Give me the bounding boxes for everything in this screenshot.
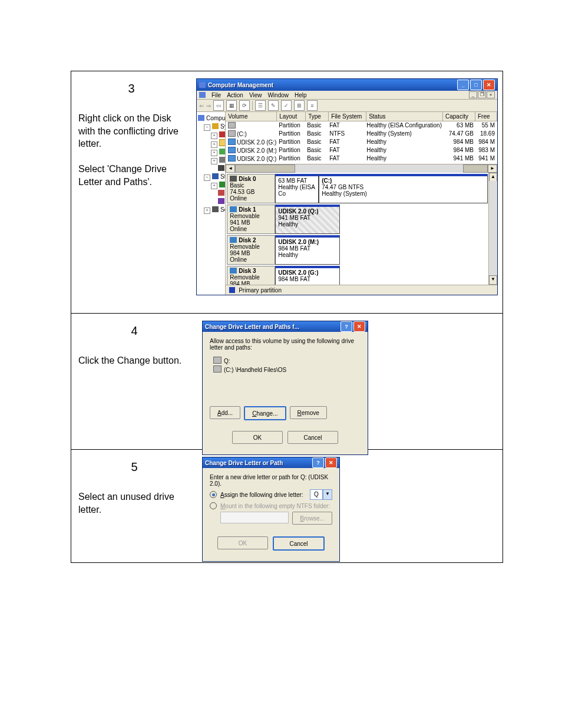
menu-help[interactable]: Help xyxy=(295,92,307,98)
refresh-icon[interactable]: ⟳ xyxy=(239,100,250,111)
help-button[interactable]: ? xyxy=(340,321,352,332)
volume-row[interactable]: UDISK 2.0 (M:)PartitionBasicFATHealthy98… xyxy=(226,146,497,154)
disk-1-row[interactable]: Disk 1Removable941 MBOnline UDISK 2.0 (Q… xyxy=(227,205,488,234)
legend: Primary partition xyxy=(226,285,497,295)
toolbar-icon[interactable]: ✎ xyxy=(268,100,279,111)
removable-drive-icon xyxy=(228,155,236,162)
navigation-tree[interactable]: Computer Management (Local) −System Tool… xyxy=(197,112,226,295)
drive-icon xyxy=(213,365,222,373)
tree-root[interactable]: Computer Management (Local) xyxy=(206,115,226,121)
partition-c[interactable]: (C:)74.47 GB NTFSHealthy (System) xyxy=(319,174,488,203)
cancel-button[interactable]: Cancel xyxy=(273,536,325,551)
disk-graphical-view: ▲ ▼ Disk 0Basic74.53 GBOnline 63 MB FATH… xyxy=(226,173,497,285)
tree-services-apps[interactable]: Services and Applications xyxy=(220,206,226,213)
toolbar-icon[interactable]: ☰ xyxy=(255,100,266,111)
tree-system-tools[interactable]: System Tools xyxy=(220,123,226,130)
drive-letter-combo[interactable]: Q ▼ xyxy=(310,489,332,500)
volume-list-header[interactable]: Volume Layout Type File System Status Ca… xyxy=(226,112,497,121)
drive-paths-list[interactable]: Q: (C:) \Handheld Files\OS xyxy=(210,354,361,397)
assign-letter-radio[interactable]: Assign the following drive letter: Q ▼ xyxy=(210,489,332,500)
add-button[interactable]: Add... xyxy=(210,406,240,419)
monitor-icon xyxy=(199,92,206,98)
disk-0-row[interactable]: Disk 0Basic74.53 GBOnline 63 MB FATHealt… xyxy=(227,174,488,203)
volume-row[interactable]: UDISK 2.0 (Q:)PartitionBasicFATHealthy94… xyxy=(226,154,497,163)
step-5-number: 5 xyxy=(78,460,190,474)
disk-icon xyxy=(230,176,237,182)
drive-icon xyxy=(228,130,236,137)
legend-primary-swatch xyxy=(229,287,235,293)
tree-storage[interactable]: Storage xyxy=(220,173,226,180)
step-4-number: 4 xyxy=(78,324,190,338)
help-button[interactable]: ? xyxy=(312,457,324,468)
mdi-restore-button[interactable]: ❐ xyxy=(478,91,486,98)
chevron-down-icon[interactable]: ▼ xyxy=(323,489,332,500)
menu-action[interactable]: Action xyxy=(227,92,243,98)
remove-button[interactable]: Remove xyxy=(290,406,327,419)
removable-drive-icon xyxy=(228,147,236,153)
scroll-down-icon[interactable]: ▼ xyxy=(489,275,497,285)
close-button[interactable]: ✕ xyxy=(483,80,495,90)
partition-m[interactable]: UDISK 2.0 (M:)984 MB FATHealthy xyxy=(275,235,340,265)
removable-disk-icon xyxy=(230,268,237,274)
change-drive-letter-paths-dialog: Change Drive Letter and Paths f... ? ✕ A… xyxy=(202,321,368,455)
cancel-button[interactable]: Cancel xyxy=(287,431,338,444)
drive-icon xyxy=(213,357,222,364)
computer-management-window: Computer Management _ □ ✕ File Action Vi… xyxy=(196,78,498,295)
toolbar-icon[interactable]: ▦ xyxy=(226,100,237,111)
radio-on-icon xyxy=(210,491,217,498)
forward-icon[interactable]: ⇒ xyxy=(206,103,211,109)
back-icon[interactable]: ⇐ xyxy=(199,103,204,109)
partition-q-selected[interactable]: UDISK 2.0 (Q:)941 MB FATHealthy xyxy=(275,205,340,234)
menu-file[interactable]: File xyxy=(211,92,221,98)
volume-list[interactable]: PartitionBasicFATHealthy (EISA Configura… xyxy=(226,121,497,164)
close-button[interactable]: ✕ xyxy=(353,321,365,332)
volume-row[interactable]: PartitionBasicFATHealthy (EISA Configura… xyxy=(226,121,497,130)
ok-button[interactable]: OK xyxy=(232,431,283,444)
mdi-minimize-button[interactable]: _ xyxy=(469,91,477,98)
removable-drive-icon xyxy=(228,139,236,145)
toolbar-icon[interactable]: ≡ xyxy=(307,100,318,111)
volume-row[interactable]: UDISK 2.0 (G:)PartitionBasicFATHealthy98… xyxy=(226,138,497,146)
step-3-text: Right click on the Disk with the conflic… xyxy=(78,112,184,189)
ok-button: OK xyxy=(217,536,268,549)
vertical-scrollbar[interactable]: ▲ ▼ xyxy=(488,173,497,285)
minimize-button[interactable]: _ xyxy=(457,80,469,90)
step-4-text: Click the Change button. xyxy=(78,354,190,367)
maximize-button[interactable]: □ xyxy=(470,80,482,90)
mdi-close-button[interactable]: × xyxy=(487,91,495,98)
dialog-title: Change Drive Letter and Paths f... xyxy=(205,324,339,330)
toolbar-icon[interactable]: ⊞ xyxy=(294,100,305,111)
step-3-number: 3 xyxy=(78,82,184,95)
scroll-right-icon[interactable]: ► xyxy=(488,164,497,173)
change-drive-letter-dialog: Change Drive Letter or Path ? ✕ Enter a … xyxy=(202,457,340,562)
removable-disk-icon xyxy=(230,206,237,212)
drive-icon xyxy=(228,122,236,129)
toolbar: ⇐ ⇒ ▭ ▦ ⟳ ☰ ✎ ✓ ⊞ ≡ xyxy=(197,100,497,112)
radio-off-icon xyxy=(210,502,217,509)
folder-path-input xyxy=(220,512,289,523)
disk-3-row[interactable]: Disk 3Removable984 MB UDISK 2.0 (G:)984 … xyxy=(227,266,488,285)
window-title: Computer Management xyxy=(208,82,456,88)
dialog-lead-text: Enter a new drive letter or path for Q: … xyxy=(210,474,332,487)
menu-view[interactable]: View xyxy=(249,92,262,98)
horizontal-scrollbar[interactable]: ◄ ► xyxy=(226,164,497,173)
mount-folder-radio[interactable]: Mount in the following empty NTFS folder… xyxy=(210,502,332,509)
dialog-title: Change Drive Letter or Path xyxy=(205,460,311,466)
disk-2-row[interactable]: Disk 2Removable984 MBOnline UDISK 2.0 (M… xyxy=(227,235,488,265)
step-5-text: Select an unused drive letter. xyxy=(78,490,190,516)
browse-button: Browse... xyxy=(292,512,332,525)
menu-window[interactable]: Window xyxy=(267,92,289,98)
close-button[interactable]: ✕ xyxy=(325,457,337,468)
partition-g[interactable]: UDISK 2.0 (G:)984 MB FAT xyxy=(275,266,340,285)
dialog-lead-text: Allow access to this volume by using the… xyxy=(210,338,361,351)
toolbar-icon[interactable]: ✓ xyxy=(281,100,292,111)
volume-row[interactable]: (C:)PartitionBasicNTFSHealthy (System)74… xyxy=(226,130,497,138)
removable-disk-icon xyxy=(230,237,237,243)
monitor-icon xyxy=(199,82,206,88)
change-button[interactable]: Change... xyxy=(244,406,286,420)
toolbar-icon[interactable]: ▭ xyxy=(213,100,224,111)
scroll-left-icon[interactable]: ◄ xyxy=(226,164,235,173)
partition[interactable]: 63 MB FATHealthy (EISA Co xyxy=(275,174,319,203)
